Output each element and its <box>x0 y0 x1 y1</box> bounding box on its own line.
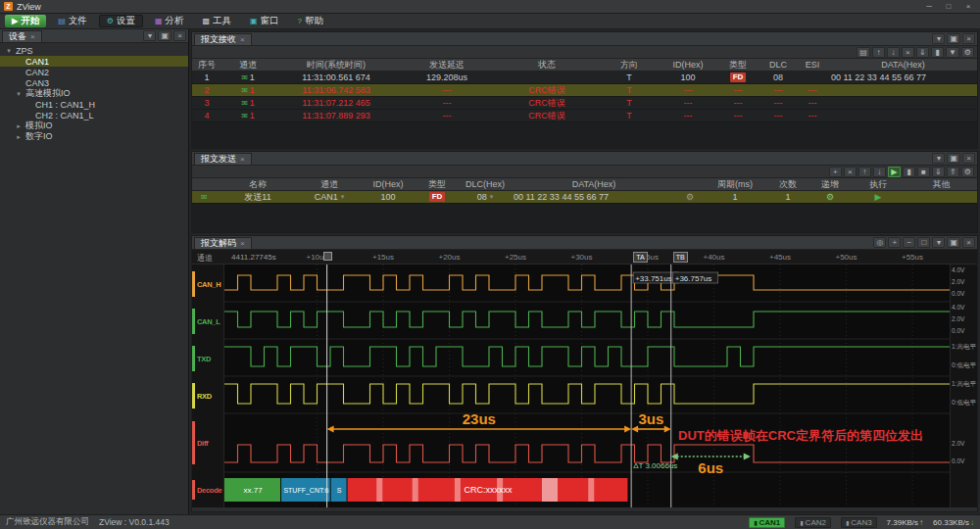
rx-cell: 11:31:07.212 465 <box>274 97 398 109</box>
sidebar-item-can1[interactable]: CAN1 <box>0 56 188 67</box>
execute-button[interactable]: ▶ <box>851 191 906 203</box>
export-icon[interactable]: ⇑ <box>947 167 959 177</box>
close-icon[interactable]: × <box>240 35 245 44</box>
menu-window[interactable]: ▣窗口 <box>243 15 286 27</box>
send-id[interactable]: 100 <box>361 191 416 203</box>
window-title: ZView <box>17 2 917 12</box>
down-icon[interactable]: ↓ <box>873 167 886 177</box>
axis-tick-label: 2.0V <box>952 440 964 447</box>
channel-label-column: CAN_HCAN_LTXDRXDDiffDecode <box>192 264 224 507</box>
close-button[interactable]: × <box>960 0 976 13</box>
sidebar-item-hs-analog-io[interactable]: ▾高速模拟IO <box>0 88 188 99</box>
tab-receive[interactable]: 报文接收 × <box>194 33 252 45</box>
maximize-button[interactable]: □ <box>941 0 956 13</box>
close-icon[interactable]: × <box>962 153 975 164</box>
delete-icon[interactable]: × <box>844 167 857 177</box>
cursor-icon[interactable]: ◎ <box>873 237 886 248</box>
menu-file[interactable]: ▤文件 <box>51 15 94 27</box>
minimize-button[interactable]: ─ <box>921 0 937 13</box>
dock-icon[interactable]: ▣ <box>947 153 960 164</box>
menu-analysis[interactable]: ▦分析 <box>148 15 191 27</box>
filter-icon[interactable]: ▼ <box>946 47 959 58</box>
channel-label-decode[interactable]: Decode <box>192 476 223 504</box>
zoom-out-icon[interactable]: − <box>903 237 915 248</box>
menubar: ▶开始▤文件⚙设置▦分析▩工具▣窗口?帮助 <box>0 14 980 29</box>
rx-cell: 11:31:00.561 674 <box>274 72 398 83</box>
settings-icon[interactable]: ⚙ <box>961 47 974 58</box>
menu-start[interactable]: ▶开始 <box>5 15 46 27</box>
svg-text:S: S <box>337 487 342 494</box>
zoom-in-icon[interactable]: + <box>888 237 901 248</box>
import-icon[interactable]: ↓ <box>887 47 900 58</box>
stop-all-icon[interactable]: ■ <box>917 167 930 177</box>
menu-settings[interactable]: ⚙设置 <box>99 15 143 27</box>
svg-text:+36.757us: +36.757us <box>675 274 712 283</box>
rx-row[interactable]: 3✉111:31:07.212 465---CRC错误T------------ <box>192 97 977 110</box>
close-icon[interactable]: × <box>30 32 35 41</box>
channel-label-diff[interactable]: Diff <box>192 413 223 472</box>
rx-row[interactable]: 4✉111:31:07.889 293---CRC错误T------------ <box>192 110 977 122</box>
channel-label-can_l[interactable]: CAN_L <box>192 304 223 339</box>
float-icon[interactable]: ▾ <box>932 237 945 248</box>
rx-row[interactable]: 2✉111:31:06.742 583---CRC错误T------------ <box>192 84 977 97</box>
add-icon[interactable]: + <box>829 167 842 177</box>
config-icon[interactable]: ⚙ <box>676 191 704 203</box>
close-icon[interactable]: × <box>173 30 186 41</box>
dock-icon[interactable]: ▣ <box>947 237 960 248</box>
axis-tick-label: 0:低电平 <box>952 399 976 408</box>
menu-help[interactable]: ?帮助 <box>291 15 330 27</box>
menu-tools[interactable]: ▩工具 <box>195 15 238 27</box>
status-badge-can2[interactable]: ▮CAN2 <box>795 517 831 528</box>
cursor-tag-ta[interactable]: TA <box>633 252 647 263</box>
sidebar-item-can2[interactable]: CAN2 <box>0 67 188 77</box>
rx-row[interactable]: 1✉111:31:00.561 674129.208usT100FD0800 1… <box>192 72 977 84</box>
tab-decode[interactable]: 报文解码 × <box>194 237 252 249</box>
waveform-area: CAN_HCAN_LTXDRXDDiffDecode xx.77STUFF_CN… <box>192 264 977 507</box>
up-icon[interactable]: ↑ <box>858 167 871 177</box>
cursor-tag-tb[interactable]: TB <box>673 252 688 263</box>
sidebar-item-digital-io[interactable]: ▸数字IO <box>0 131 188 142</box>
menu-icon[interactable]: ▾ <box>932 153 945 164</box>
scroll-lock-icon[interactable]: ⇓ <box>916 47 929 58</box>
dock-icon[interactable]: ▣ <box>158 30 172 41</box>
menu-icon[interactable]: ▾ <box>932 33 945 44</box>
play-all-icon[interactable]: ▶ <box>888 167 901 177</box>
waveform-plot[interactable]: xx.77STUFF_CNT:6SCRC:xxxxxx+33.751us+36.… <box>224 264 950 507</box>
sidebar-item-zps[interactable]: ▾ZPS <box>0 45 188 56</box>
status-badge-can3[interactable]: ▮CAN3 <box>841 517 877 528</box>
export-icon[interactable]: ↑ <box>872 47 885 58</box>
rx-rate: 60.33KB/s↓ <box>933 518 974 527</box>
tab-send[interactable]: 报文发送 × <box>194 153 252 165</box>
channel-label-rxd[interactable]: RXD <box>192 378 223 413</box>
pause-all-icon[interactable]: ▮ <box>903 167 915 177</box>
settings-icon[interactable]: ⚙ <box>961 167 974 177</box>
sidebar-item-ch1[interactable]: CH1 : CAN1_H <box>0 99 188 110</box>
cursor-marker[interactable] <box>323 252 332 261</box>
send-period[interactable]: 1 <box>704 191 766 203</box>
close-icon[interactable]: × <box>962 33 975 44</box>
dock-icon[interactable]: ▣ <box>947 33 960 44</box>
status-badge-can1[interactable]: ▮CAN1 <box>749 517 785 528</box>
import-icon[interactable]: ⇓ <box>932 167 945 177</box>
channel-label-txd[interactable]: TXD <box>192 341 223 376</box>
collapse-icon[interactable]: ▾ <box>143 30 156 41</box>
channel-label-can_h[interactable]: CAN_H <box>192 266 223 302</box>
close-icon[interactable]: × <box>240 239 245 248</box>
send-dlc-select[interactable]: 08▾ <box>459 191 512 203</box>
close-icon[interactable]: × <box>240 155 245 164</box>
tab-device[interactable]: 设备 × <box>2 30 42 42</box>
save-icon[interactable]: ▤ <box>857 47 870 58</box>
rx-cell: --- <box>760 97 796 109</box>
pause-icon[interactable]: ▮ <box>931 47 944 58</box>
send-data[interactable]: 00 11 22 33 44 55 66 77 <box>512 191 676 203</box>
rx-cell: T <box>598 72 661 83</box>
menu-analysis-label: 分析 <box>165 15 183 27</box>
fit-icon[interactable]: □ <box>917 237 930 248</box>
clear-icon[interactable]: × <box>902 47 914 58</box>
increment-icon[interactable]: ⚙ <box>809 191 851 203</box>
close-icon[interactable]: × <box>962 237 975 248</box>
send-row[interactable]: ✉ 发送11 CAN1▾ 100 FD 08▾ 00 11 22 33 44 5… <box>192 191 977 204</box>
send-channel-select[interactable]: CAN1▾ <box>298 191 361 203</box>
zview-app: Z ZView ─ □ × ▶开始▤文件⚙设置▦分析▩工具▣窗口?帮助 设备 ×… <box>0 0 980 529</box>
send-count[interactable]: 1 <box>766 191 809 203</box>
